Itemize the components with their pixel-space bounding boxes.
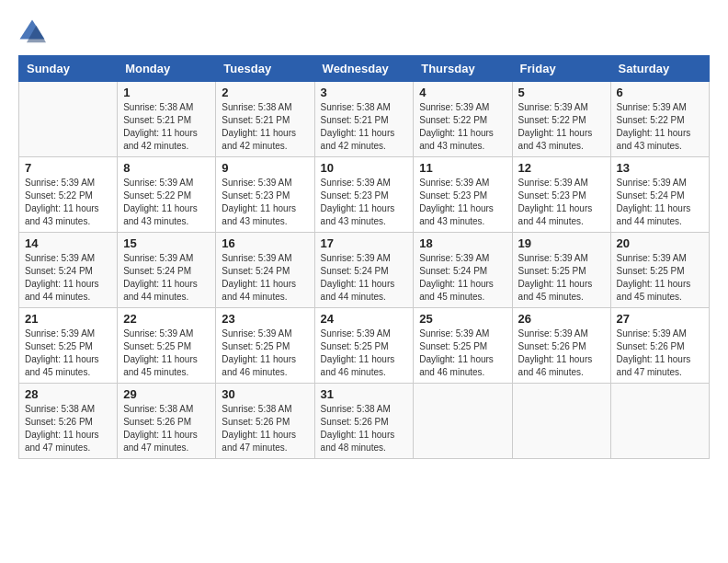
day-number: 14 xyxy=(25,236,111,250)
calendar-cell: 28Sunrise: 5:38 AMSunset: 5:26 PMDayligh… xyxy=(19,384,118,459)
day-info: Sunrise: 5:39 AMSunset: 5:24 PMDaylight:… xyxy=(222,252,308,304)
day-info: Sunrise: 5:38 AMSunset: 5:21 PMDaylight:… xyxy=(123,101,210,153)
day-number: 15 xyxy=(123,236,210,250)
calendar-cell: 29Sunrise: 5:38 AMSunset: 5:26 PMDayligh… xyxy=(118,384,216,459)
day-number: 30 xyxy=(222,387,308,401)
calendar-cell: 15Sunrise: 5:39 AMSunset: 5:24 PMDayligh… xyxy=(118,233,216,308)
day-info: Sunrise: 5:39 AMSunset: 5:25 PMDaylight:… xyxy=(419,327,506,379)
day-info: Sunrise: 5:39 AMSunset: 5:25 PMDaylight:… xyxy=(617,252,703,304)
calendar-cell: 30Sunrise: 5:38 AMSunset: 5:26 PMDayligh… xyxy=(216,384,314,459)
day-info: Sunrise: 5:39 AMSunset: 5:24 PMDaylight:… xyxy=(419,252,506,304)
calendar-body: 1Sunrise: 5:38 AMSunset: 5:21 PMDaylight… xyxy=(19,82,710,459)
day-number: 7 xyxy=(25,161,111,175)
day-number: 31 xyxy=(321,387,408,401)
calendar-week-row: 1Sunrise: 5:38 AMSunset: 5:21 PMDaylight… xyxy=(19,82,710,157)
day-number: 27 xyxy=(617,312,703,326)
calendar-cell: 26Sunrise: 5:39 AMSunset: 5:26 PMDayligh… xyxy=(512,308,610,384)
calendar-table: SundayMondayTuesdayWednesdayThursdayFrid… xyxy=(18,55,710,459)
day-info: Sunrise: 5:39 AMSunset: 5:23 PMDaylight:… xyxy=(518,177,605,228)
calendar-cell xyxy=(19,82,118,157)
day-number: 23 xyxy=(222,312,308,326)
day-number: 10 xyxy=(321,161,408,175)
calendar-cell: 2Sunrise: 5:38 AMSunset: 5:21 PMDaylight… xyxy=(216,82,314,157)
calendar-cell: 23Sunrise: 5:39 AMSunset: 5:25 PMDayligh… xyxy=(216,308,314,384)
calendar-cell: 31Sunrise: 5:38 AMSunset: 5:26 PMDayligh… xyxy=(314,384,414,459)
day-info: Sunrise: 5:38 AMSunset: 5:26 PMDaylight:… xyxy=(321,403,408,454)
calendar-cell: 17Sunrise: 5:39 AMSunset: 5:24 PMDayligh… xyxy=(314,233,414,308)
day-info: Sunrise: 5:39 AMSunset: 5:22 PMDaylight:… xyxy=(25,177,111,228)
day-number: 3 xyxy=(321,86,408,99)
weekday-header: Wednesday xyxy=(314,56,414,82)
day-info: Sunrise: 5:39 AMSunset: 5:24 PMDaylight:… xyxy=(321,252,408,304)
calendar-cell: 27Sunrise: 5:39 AMSunset: 5:26 PMDayligh… xyxy=(610,308,709,384)
calendar-week-row: 21Sunrise: 5:39 AMSunset: 5:25 PMDayligh… xyxy=(19,308,710,384)
day-info: Sunrise: 5:39 AMSunset: 5:22 PMDaylight:… xyxy=(123,177,210,228)
day-info: Sunrise: 5:39 AMSunset: 5:23 PMDaylight:… xyxy=(222,177,308,228)
day-number: 1 xyxy=(123,86,210,99)
calendar-cell: 10Sunrise: 5:39 AMSunset: 5:23 PMDayligh… xyxy=(314,157,414,233)
calendar-cell xyxy=(414,384,512,459)
day-number: 18 xyxy=(419,236,506,250)
calendar-header-row: SundayMondayTuesdayWednesdayThursdayFrid… xyxy=(19,56,710,82)
calendar-cell: 9Sunrise: 5:39 AMSunset: 5:23 PMDaylight… xyxy=(216,157,314,233)
calendar-cell: 1Sunrise: 5:38 AMSunset: 5:21 PMDaylight… xyxy=(118,82,216,157)
calendar-cell: 7Sunrise: 5:39 AMSunset: 5:22 PMDaylight… xyxy=(19,157,118,233)
day-info: Sunrise: 5:39 AMSunset: 5:25 PMDaylight:… xyxy=(123,327,210,379)
logo xyxy=(18,18,50,46)
calendar-cell: 21Sunrise: 5:39 AMSunset: 5:25 PMDayligh… xyxy=(19,308,118,384)
day-number: 9 xyxy=(222,161,308,175)
day-number: 8 xyxy=(123,161,210,175)
day-info: Sunrise: 5:39 AMSunset: 5:26 PMDaylight:… xyxy=(617,327,703,379)
day-number: 24 xyxy=(321,312,408,326)
calendar-cell: 5Sunrise: 5:39 AMSunset: 5:22 PMDaylight… xyxy=(512,82,610,157)
day-number: 6 xyxy=(617,86,703,99)
day-number: 26 xyxy=(518,312,605,326)
calendar-cell: 14Sunrise: 5:39 AMSunset: 5:24 PMDayligh… xyxy=(19,233,118,308)
calendar-cell: 16Sunrise: 5:39 AMSunset: 5:24 PMDayligh… xyxy=(216,233,314,308)
day-number: 11 xyxy=(419,161,506,175)
calendar-cell: 6Sunrise: 5:39 AMSunset: 5:22 PMDaylight… xyxy=(610,82,709,157)
day-info: Sunrise: 5:39 AMSunset: 5:22 PMDaylight:… xyxy=(419,101,506,153)
calendar-cell: 12Sunrise: 5:39 AMSunset: 5:23 PMDayligh… xyxy=(512,157,610,233)
day-number: 12 xyxy=(518,161,605,175)
weekday-header: Tuesday xyxy=(216,56,314,82)
day-info: Sunrise: 5:38 AMSunset: 5:26 PMDaylight:… xyxy=(222,403,308,454)
day-number: 4 xyxy=(419,86,506,99)
day-info: Sunrise: 5:39 AMSunset: 5:26 PMDaylight:… xyxy=(518,327,605,379)
calendar-cell: 19Sunrise: 5:39 AMSunset: 5:25 PMDayligh… xyxy=(512,233,610,308)
calendar-cell: 22Sunrise: 5:39 AMSunset: 5:25 PMDayligh… xyxy=(118,308,216,384)
day-number: 29 xyxy=(123,387,210,401)
day-number: 21 xyxy=(25,312,111,326)
weekday-header: Thursday xyxy=(414,56,512,82)
calendar-cell: 3Sunrise: 5:38 AMSunset: 5:21 PMDaylight… xyxy=(314,82,414,157)
day-info: Sunrise: 5:39 AMSunset: 5:24 PMDaylight:… xyxy=(617,177,703,228)
calendar-cell: 24Sunrise: 5:39 AMSunset: 5:25 PMDayligh… xyxy=(314,308,414,384)
calendar-cell xyxy=(610,384,709,459)
calendar-cell: 8Sunrise: 5:39 AMSunset: 5:22 PMDaylight… xyxy=(118,157,216,233)
day-info: Sunrise: 5:39 AMSunset: 5:24 PMDaylight:… xyxy=(25,252,111,304)
day-number: 19 xyxy=(518,236,605,250)
calendar-cell: 20Sunrise: 5:39 AMSunset: 5:25 PMDayligh… xyxy=(610,233,709,308)
day-info: Sunrise: 5:39 AMSunset: 5:24 PMDaylight:… xyxy=(123,252,210,304)
day-info: Sunrise: 5:39 AMSunset: 5:22 PMDaylight:… xyxy=(518,101,605,153)
calendar-cell: 18Sunrise: 5:39 AMSunset: 5:24 PMDayligh… xyxy=(414,233,512,308)
calendar-cell: 11Sunrise: 5:39 AMSunset: 5:23 PMDayligh… xyxy=(414,157,512,233)
day-info: Sunrise: 5:39 AMSunset: 5:25 PMDaylight:… xyxy=(321,327,408,379)
day-number: 28 xyxy=(25,387,111,401)
day-info: Sunrise: 5:39 AMSunset: 5:25 PMDaylight:… xyxy=(222,327,308,379)
day-number: 17 xyxy=(321,236,408,250)
logo-icon xyxy=(18,18,46,46)
day-info: Sunrise: 5:38 AMSunset: 5:26 PMDaylight:… xyxy=(25,403,111,454)
day-number: 22 xyxy=(123,312,210,326)
day-info: Sunrise: 5:38 AMSunset: 5:21 PMDaylight:… xyxy=(222,101,308,153)
calendar-week-row: 14Sunrise: 5:39 AMSunset: 5:24 PMDayligh… xyxy=(19,233,710,308)
day-info: Sunrise: 5:39 AMSunset: 5:23 PMDaylight:… xyxy=(419,177,506,228)
day-info: Sunrise: 5:38 AMSunset: 5:21 PMDaylight:… xyxy=(321,101,408,153)
calendar-cell xyxy=(512,384,610,459)
calendar-cell: 4Sunrise: 5:39 AMSunset: 5:22 PMDaylight… xyxy=(414,82,512,157)
day-info: Sunrise: 5:39 AMSunset: 5:22 PMDaylight:… xyxy=(617,101,703,153)
day-info: Sunrise: 5:39 AMSunset: 5:23 PMDaylight:… xyxy=(321,177,408,228)
day-number: 5 xyxy=(518,86,605,99)
day-info: Sunrise: 5:39 AMSunset: 5:25 PMDaylight:… xyxy=(518,252,605,304)
day-number: 2 xyxy=(222,86,308,99)
